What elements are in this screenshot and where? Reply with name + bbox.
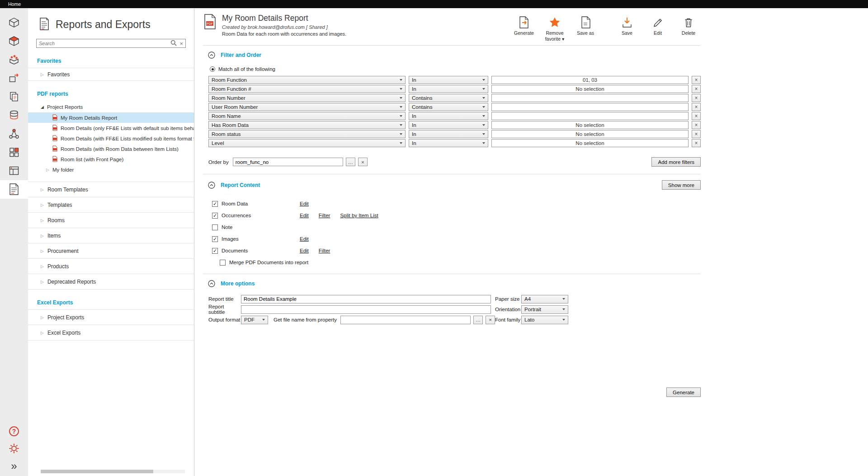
filter-field-select[interactable]: User Room Number (208, 103, 406, 111)
filter-field-select[interactable]: Room Function # (208, 85, 406, 93)
filter-operator-select[interactable]: In (409, 130, 488, 138)
filter-operator-select[interactable]: Contains (409, 103, 488, 111)
filter-field-select[interactable]: Has Room Data (208, 121, 406, 129)
remove-filter-button[interactable]: × (692, 121, 701, 129)
remove-filter-button[interactable]: × (692, 76, 701, 84)
file-name-property-input[interactable] (340, 316, 471, 324)
nav-reports-button[interactable] (0, 180, 28, 199)
filter-field-select[interactable]: Level (208, 139, 406, 147)
sidebar-item-items[interactable]: ▷ Items (28, 228, 194, 243)
expander-icon[interactable]: ▷ (41, 280, 44, 284)
filter-value-field[interactable] (491, 112, 689, 120)
remove-filter-button[interactable]: × (692, 139, 701, 147)
filter-operator-select[interactable]: In (409, 139, 488, 147)
report-title-input[interactable] (241, 295, 491, 303)
nav-logistics-button[interactable] (0, 125, 28, 143)
filter-value-field[interactable] (491, 103, 689, 111)
filter-value-field[interactable]: No selection (491, 85, 689, 93)
collapse-sidebar-button[interactable]: » (11, 462, 17, 471)
filter-operator-select[interactable]: In (409, 85, 488, 93)
documents-checkbox[interactable]: ✓ (212, 248, 218, 254)
filter-value-field[interactable]: 01, 03 (491, 76, 689, 84)
search-input[interactable] (39, 41, 168, 46)
sidebar-item-room-templates[interactable]: ▷ Room Templates (28, 182, 194, 197)
help-button[interactable]: ? (9, 426, 19, 436)
font-family-select[interactable]: Lato (521, 316, 568, 324)
scrollbar-thumb[interactable] (41, 470, 153, 473)
filter-operator-select[interactable]: In (409, 76, 488, 84)
generate-report-button[interactable]: Generate (666, 387, 701, 397)
remove-filter-button[interactable]: × (692, 85, 701, 93)
expander-icon[interactable]: ▷ (46, 168, 49, 172)
nav-documents-button[interactable] (0, 88, 28, 106)
filter-value-field[interactable]: No selection (491, 121, 689, 129)
nav-classification-button[interactable] (0, 162, 28, 180)
filter-value-field[interactable]: No selection (491, 130, 689, 138)
horizontal-scrollbar[interactable] (41, 470, 185, 473)
home-menu[interactable]: Home (8, 1, 21, 7)
report-item[interactable]: Room Details (with FF&E Lists modified s… (28, 133, 194, 144)
save-as-button[interactable]: Save as (573, 14, 598, 36)
remove-filter-button[interactable]: × (692, 112, 701, 120)
report-item[interactable]: Room list (with Front Page) (28, 154, 194, 164)
match-all-radio[interactable] (210, 66, 215, 72)
expander-icon[interactable]: ▷ (41, 233, 44, 238)
file-name-clear-button[interactable]: × (486, 316, 495, 324)
nav-items-button[interactable] (0, 51, 28, 69)
occurrences-checkbox[interactable]: ✓ (212, 213, 218, 219)
merge-pdf-checkbox[interactable] (220, 260, 226, 266)
search-icon[interactable] (170, 40, 177, 47)
settings-button[interactable] (8, 443, 20, 455)
filter-field-select[interactable]: Room status (208, 130, 406, 138)
expander-open-icon[interactable]: ◢ (41, 105, 44, 109)
edit-link[interactable]: Edit (300, 248, 309, 253)
filter-value-field[interactable] (491, 94, 689, 102)
filter-operator-select[interactable]: In (409, 121, 488, 129)
order-by-browse-button[interactable]: … (346, 158, 355, 166)
sidebar-item-templates[interactable]: ▷ Templates (28, 197, 194, 212)
nav-products-button[interactable] (0, 69, 28, 88)
expander-icon[interactable]: ▷ (41, 218, 44, 223)
filter-value-field[interactable]: No selection (491, 139, 689, 147)
sidebar-item-rooms[interactable]: ▷ Rooms (28, 212, 194, 228)
output-format-select[interactable]: PDF (241, 316, 268, 324)
sidebar-item-favorites[interactable]: ▷ Favorites (28, 68, 194, 80)
file-name-browse-button[interactable]: … (473, 316, 483, 324)
expander-icon[interactable]: ▷ (41, 187, 44, 192)
filter-field-select[interactable]: Room Function (208, 76, 406, 84)
collapse-section-icon[interactable] (208, 280, 215, 287)
edit-link[interactable]: Edit (300, 236, 309, 242)
filter-link[interactable]: Filter (319, 213, 330, 218)
sidebar-item-deprecated-reports[interactable]: ▷ Deprecated Reports (28, 274, 194, 289)
sidebar-item-project-exports[interactable]: ▷ Project Exports (28, 309, 194, 325)
filter-field-select[interactable]: Room Number (208, 94, 406, 102)
generate-button[interactable]: Generate (512, 14, 536, 36)
room-data-checkbox[interactable]: ✓ (212, 201, 218, 207)
save-button[interactable]: Save (615, 14, 639, 36)
show-more-button[interactable]: Show more (662, 180, 701, 190)
sidebar-item-procurement[interactable]: ▷ Procurement (28, 243, 194, 258)
nav-systems-button[interactable] (0, 143, 28, 162)
expander-icon[interactable]: ▷ (41, 315, 44, 320)
filter-operator-select[interactable]: In (409, 112, 488, 120)
expander-icon[interactable]: ▷ (41, 264, 44, 269)
collapse-section-icon[interactable] (208, 51, 215, 59)
sidebar-item-products[interactable]: ▷ Products (28, 258, 194, 274)
paper-size-select[interactable]: A4 (521, 295, 568, 303)
order-by-clear-button[interactable]: × (358, 158, 368, 166)
nav-rooms-button[interactable] (0, 14, 28, 32)
filter-link[interactable]: Filter (319, 248, 330, 253)
remove-favorite-button[interactable]: Remove favorite ▾ (542, 14, 567, 42)
expander-icon[interactable]: ▷ (41, 203, 44, 207)
remove-filter-button[interactable]: × (692, 94, 701, 102)
order-by-input[interactable] (233, 158, 343, 166)
add-more-filters-button[interactable]: Add more filters (651, 157, 701, 167)
remove-filter-button[interactable]: × (692, 130, 701, 138)
delete-button[interactable]: Delete (676, 14, 701, 36)
expander-icon[interactable]: ▷ (41, 249, 44, 253)
note-checkbox[interactable] (212, 224, 218, 230)
edit-button[interactable]: Edit (646, 14, 670, 36)
edit-link[interactable]: Edit (300, 213, 309, 218)
orientation-select[interactable]: Portrait (521, 305, 568, 314)
expander-icon[interactable]: ▷ (41, 72, 44, 77)
